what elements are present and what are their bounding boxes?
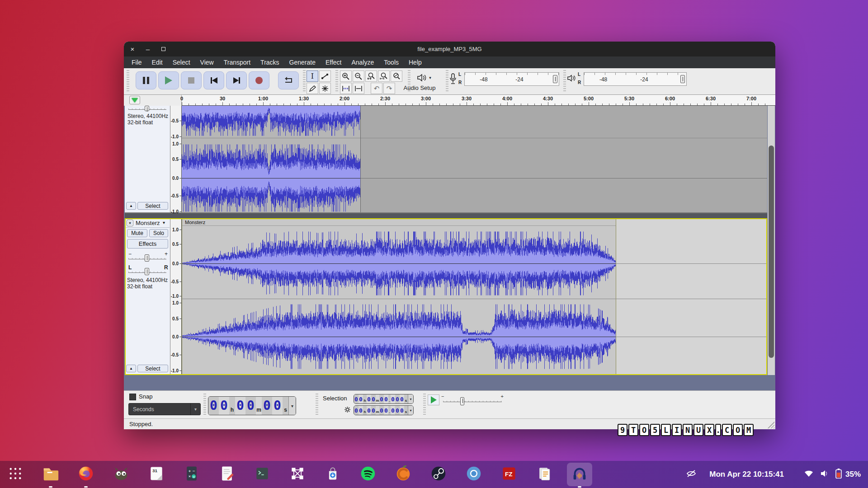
playback-speed-slider[interactable]: − +: [441, 394, 504, 407]
undo-button[interactable]: ↶: [371, 83, 382, 94]
zoom-selection-button[interactable]: [365, 70, 377, 82]
selection-end-display[interactable]: 00h00m00.000s▾: [354, 405, 414, 415]
taskbar-icon-clementine[interactable]: [393, 465, 413, 484]
time-digit-cell[interactable]: 0: [371, 406, 376, 415]
toolbar-grip[interactable]: [127, 70, 129, 93]
time-digit-cell[interactable]: m: [376, 394, 379, 404]
time-dropdown-icon[interactable]: ▾: [408, 406, 413, 415]
taskbar-icon-calculator[interactable]: +−×=: [182, 465, 202, 484]
menu-edit[interactable]: Edit: [147, 56, 168, 68]
time-digit-cell[interactable]: 0: [208, 397, 219, 415]
time-digit-cell[interactable]: 0: [262, 397, 272, 415]
taskbar-icon-audacity[interactable]: [570, 465, 590, 484]
volume-icon[interactable]: [820, 469, 829, 479]
time-digit-cell[interactable]: 0: [384, 406, 388, 415]
time-digit-cell[interactable]: 0: [379, 394, 384, 404]
track2-close-button[interactable]: ×: [127, 220, 133, 226]
multi-tool-button[interactable]: [319, 83, 331, 94]
toolbar-grip[interactable]: [303, 70, 306, 93]
timeline-ruler[interactable]: 0301:001:302:002:303:003:304:004:305:005…: [124, 95, 775, 106]
time-digit-cell[interactable]: 0: [384, 394, 388, 404]
track1-waveform-left[interactable]: [182, 106, 360, 138]
track1-pan-thumb[interactable]: [145, 106, 149, 111]
mute-button[interactable]: Mute: [127, 229, 147, 237]
time-digit-cell[interactable]: 0: [359, 406, 363, 415]
envelope-tool-button[interactable]: [319, 70, 331, 82]
draw-tool-button[interactable]: [307, 83, 318, 94]
time-digit-cell[interactable]: s: [404, 394, 408, 404]
track2-collapse-button[interactable]: ▲: [126, 365, 136, 372]
snap-mode-dropdown[interactable]: Seconds ▾: [128, 403, 201, 415]
toolbar-grip[interactable]: [335, 70, 338, 93]
trim-audio-button[interactable]: [340, 83, 352, 94]
speed-slider-track[interactable]: [443, 401, 502, 402]
taskbar-icon-spotify[interactable]: [358, 465, 378, 484]
meter-slider-handle[interactable]: [553, 75, 557, 83]
toolbar-grip[interactable]: [203, 394, 206, 416]
taskbar-icon-terminal[interactable]: [252, 465, 272, 484]
time-digit-cell[interactable]: 0: [245, 397, 256, 415]
menu-analyze[interactable]: Analyze: [347, 56, 379, 68]
snap-checkbox[interactable]: [129, 394, 136, 400]
taskbar-icon-filezilla[interactable]: FZ: [499, 465, 519, 484]
vertical-scrollbar[interactable]: [768, 106, 775, 375]
toolbar-grip[interactable]: [423, 394, 426, 416]
wifi-icon[interactable]: [804, 469, 814, 479]
track2-waveform-right[interactable]: [182, 300, 616, 374]
time-dropdown-icon[interactable]: ▾: [408, 394, 413, 404]
toolbar-grip[interactable]: [446, 70, 448, 93]
effects-button[interactable]: Effects: [127, 239, 168, 249]
time-digit-cell[interactable]: 0: [371, 394, 376, 404]
timeline-pin-button[interactable]: [129, 96, 140, 104]
audio-position-display[interactable]: 00h00m00s▾: [208, 396, 296, 415]
taskbar-icon-gimp[interactable]: [111, 465, 131, 484]
silence-audio-button[interactable]: [353, 83, 364, 94]
time-digit-cell[interactable]: 0: [400, 406, 404, 415]
menu-help[interactable]: Help: [404, 56, 427, 68]
time-digit-cell[interactable]: 0: [354, 394, 359, 404]
meter-slider-handle[interactable]: [680, 75, 685, 83]
zoom-fit-button[interactable]: [378, 70, 390, 82]
recording-meter[interactable]: -48 -24: [464, 72, 559, 86]
record-button[interactable]: [249, 71, 269, 89]
track1-collapse-button[interactable]: ▲: [126, 202, 136, 210]
speed-slider-thumb[interactable]: [460, 397, 464, 405]
playback-meter-speaker[interactable]: [567, 74, 576, 84]
taskbar-icon-software-store[interactable]: [323, 465, 343, 484]
time-digit-cell[interactable]: s: [283, 397, 288, 415]
menu-transport[interactable]: Transport: [219, 56, 255, 68]
time-digit-cell[interactable]: m: [376, 406, 379, 415]
time-digit-cell[interactable]: h: [363, 394, 367, 404]
battery-icon[interactable]: [835, 469, 842, 480]
time-digit-cell[interactable]: 0: [354, 406, 359, 415]
play-button[interactable]: [158, 71, 179, 89]
gain-slider-thumb[interactable]: [145, 254, 149, 262]
track1-select-button[interactable]: Select: [137, 202, 168, 210]
selection-tool-button[interactable]: I: [307, 70, 318, 82]
taskbar-icon-document-viewer[interactable]: [534, 465, 554, 484]
time-digit-cell[interactable]: m: [256, 397, 262, 415]
taskbar-icon-files[interactable]: [41, 465, 61, 484]
menu-select[interactable]: Select: [168, 56, 195, 68]
selection-settings-button[interactable]: [344, 406, 351, 415]
time-digit-cell[interactable]: 0: [272, 397, 283, 415]
solo-button[interactable]: Solo: [149, 229, 168, 237]
time-digit-cell[interactable]: h: [229, 397, 235, 415]
menu-view[interactable]: View: [195, 56, 219, 68]
track2-waveform-left[interactable]: [182, 226, 616, 298]
pause-button[interactable]: [136, 71, 156, 89]
time-digit-cell[interactable]: 0: [395, 394, 400, 404]
audio-setup-button[interactable]: ▾: [410, 72, 438, 84]
time-digit-cell[interactable]: s: [404, 406, 408, 415]
stop-button[interactable]: [181, 71, 202, 89]
track2-name[interactable]: Monsterz: [136, 220, 160, 226]
skip-end-button[interactable]: [226, 71, 247, 89]
taskbar-icon-calendar[interactable]: 31: [146, 465, 166, 484]
track2-select-button[interactable]: Select: [137, 365, 168, 372]
screen-privacy-icon[interactable]: [686, 469, 697, 480]
menu-generate[interactable]: Generate: [284, 56, 321, 68]
toolbar-grip[interactable]: [563, 70, 566, 93]
menu-effect[interactable]: Effect: [321, 56, 347, 68]
menu-file[interactable]: File: [127, 56, 147, 68]
time-digit-cell[interactable]: 0: [391, 406, 395, 415]
